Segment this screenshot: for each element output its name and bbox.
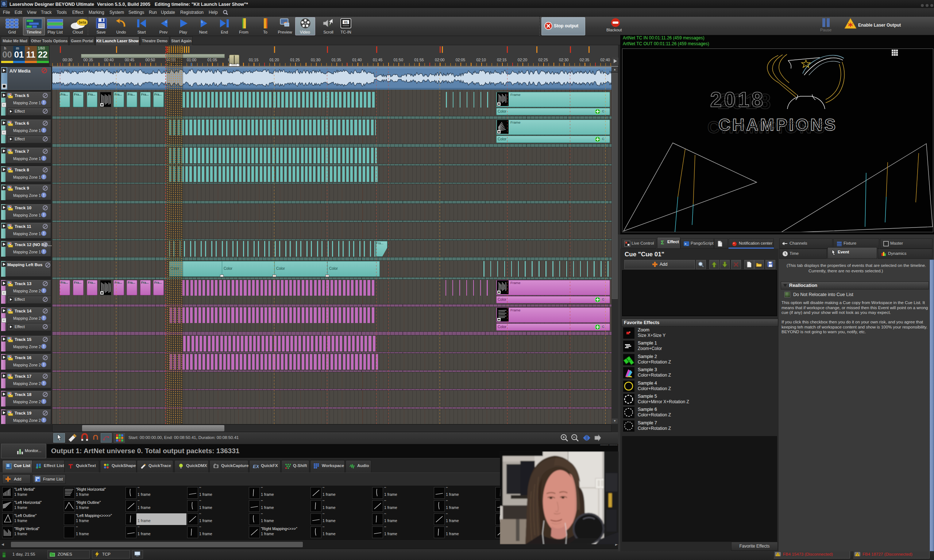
svg-text:!: ! <box>43 193 44 197</box>
svg-text:s: s <box>201 19 203 24</box>
svg-text:!: ! <box>43 101 44 105</box>
svg-text:beta: beta <box>79 20 86 25</box>
svg-text:!: ! <box>43 400 44 404</box>
svg-text:!: ! <box>857 553 858 556</box>
svg-text:s: s <box>165 19 167 24</box>
svg-text:!: ! <box>43 418 44 422</box>
svg-text:!: ! <box>43 175 44 179</box>
svg-text:!: ! <box>43 363 44 367</box>
svg-text:!: ! <box>43 250 44 254</box>
svg-text:!: ! <box>777 553 778 556</box>
svg-text:CHAMPIONS: CHAMPIONS <box>707 118 826 137</box>
svg-text:s: s <box>36 466 38 469</box>
svg-text:!: ! <box>43 382 44 385</box>
svg-text:!: ! <box>43 232 44 235</box>
svg-text:01: 01 <box>344 20 348 24</box>
svg-text:!: ! <box>43 156 44 160</box>
svg-text:>_: >_ <box>684 242 689 246</box>
svg-text:2018: 2018 <box>718 90 773 113</box>
svg-text:!: ! <box>43 289 44 293</box>
svg-text:!: ! <box>43 345 44 349</box>
svg-text:Σ: Σ <box>661 239 664 245</box>
svg-text:!: ! <box>43 128 44 132</box>
svg-text:EX: EX <box>253 464 259 469</box>
svg-text:!: ! <box>43 316 44 320</box>
svg-text:!: ! <box>43 213 44 217</box>
